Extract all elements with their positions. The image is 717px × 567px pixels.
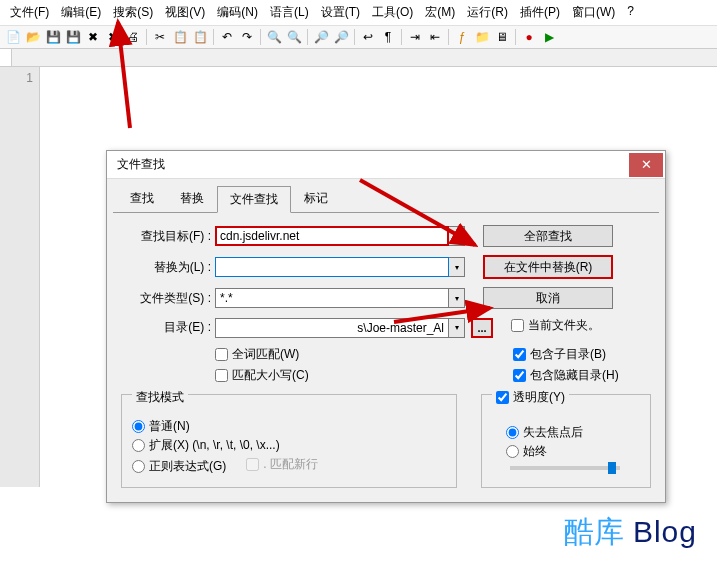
whole-word-checkbox[interactable] [215, 348, 228, 361]
paste-icon[interactable]: 📋 [191, 28, 209, 46]
find-in-files-dialog: 文件查找 ✕ 查找 替换 文件查找 标记 查找目标(F) : ▾ 全部查找 替换… [106, 150, 666, 503]
transparency-checkbox[interactable] [496, 391, 509, 404]
tab-replace[interactable]: 替换 [167, 185, 217, 212]
mode-extended-radio[interactable] [132, 439, 145, 452]
replace-in-files-button[interactable]: 在文件中替换(R) [483, 255, 613, 279]
filetype-input[interactable] [215, 288, 449, 308]
outdent-icon[interactable]: ⇤ [426, 28, 444, 46]
match-case-label: 匹配大小写(C) [232, 367, 309, 384]
find-input[interactable] [215, 226, 449, 246]
save-icon[interactable]: 💾 [44, 28, 62, 46]
func-icon[interactable]: ƒ [453, 28, 471, 46]
mode-normal-label: 普通(N) [149, 418, 190, 435]
dialog-titlebar: 文件查找 ✕ [107, 151, 665, 179]
include-hidden-checkbox[interactable] [513, 369, 526, 382]
file-tab[interactable] [0, 49, 12, 66]
menu-run[interactable]: 运行(R) [461, 2, 514, 23]
current-folder-checkbox[interactable] [511, 319, 524, 332]
transparency-group: 透明度(Y) 失去焦点后 始终 [481, 394, 651, 488]
allchars-icon[interactable]: ¶ [379, 28, 397, 46]
browse-button[interactable]: ... [471, 318, 493, 338]
tab-findinfiles[interactable]: 文件查找 [217, 186, 291, 213]
close-icon[interactable]: ✖ [84, 28, 102, 46]
find-all-button[interactable]: 全部查找 [483, 225, 613, 247]
menu-settings[interactable]: 设置(T) [315, 2, 366, 23]
whole-word-label: 全词匹配(W) [232, 346, 299, 363]
menu-search[interactable]: 搜索(S) [107, 2, 159, 23]
monitor-icon[interactable]: 🖥 [493, 28, 511, 46]
match-case-checkbox[interactable] [215, 369, 228, 382]
copy-icon[interactable]: 📋 [171, 28, 189, 46]
saveall-icon[interactable]: 💾 [64, 28, 82, 46]
tab-find[interactable]: 查找 [117, 185, 167, 212]
mode-normal-radio[interactable] [132, 420, 145, 433]
chevron-down-icon[interactable]: ▾ [449, 257, 465, 277]
search-mode-group: 查找模式 普通(N) 扩展(X) (\n, \r, \t, \0, \x...)… [121, 394, 457, 488]
tab-mark[interactable]: 标记 [291, 185, 341, 212]
play-icon[interactable]: ▶ [540, 28, 558, 46]
chevron-down-icon[interactable]: ▾ [449, 288, 465, 308]
replace-icon[interactable]: 🔍 [285, 28, 303, 46]
find-label: 查找目标(F) : [121, 228, 215, 245]
zoomout-icon[interactable]: 🔎 [332, 28, 350, 46]
include-hidden-label: 包含隐藏目录(H) [530, 367, 619, 384]
replace-input[interactable] [215, 257, 449, 277]
mode-regex-label: 正则表达式(G) [149, 458, 226, 475]
chevron-down-icon[interactable]: ▾ [449, 226, 465, 246]
zoomin-icon[interactable]: 🔎 [312, 28, 330, 46]
menu-lang[interactable]: 语言(L) [264, 2, 315, 23]
search-mode-legend: 查找模式 [132, 389, 188, 406]
menu-view[interactable]: 视图(V) [159, 2, 211, 23]
new-icon[interactable]: 📄 [4, 28, 22, 46]
toolbar: 📄 📂 💾 💾 ✖ ✖ 🖨 ✂ 📋 📋 ↶ ↷ 🔍 🔍 🔎 🔎 ↩ ¶ ⇥ ⇤ … [0, 26, 717, 49]
menu-edit[interactable]: 编辑(E) [55, 2, 107, 23]
transparency-label: 透明度(Y) [513, 389, 565, 406]
dir-label: 目录(E) : [121, 319, 215, 336]
dialog-title: 文件查找 [117, 156, 165, 173]
filetype-label: 文件类型(S) : [121, 290, 215, 307]
close-button[interactable]: ✕ [629, 153, 663, 177]
transp-always-label: 始终 [523, 443, 547, 460]
mode-extended-label: 扩展(X) (\n, \r, \t, \0, \x...) [149, 437, 280, 454]
transp-lostfocus-label: 失去焦点后 [523, 424, 583, 441]
menu-plugins[interactable]: 插件(P) [514, 2, 566, 23]
cancel-button[interactable]: 取消 [483, 287, 613, 309]
line-gutter: 1 [0, 67, 40, 487]
transparency-slider[interactable] [510, 466, 620, 470]
closeall-icon[interactable]: ✖ [104, 28, 122, 46]
replace-label: 替换为(L) : [121, 259, 215, 276]
menu-encoding[interactable]: 编码(N) [211, 2, 264, 23]
file-tabstrip [0, 49, 717, 67]
dialog-tabs: 查找 替换 文件查找 标记 [107, 179, 665, 212]
menu-tools[interactable]: 工具(O) [366, 2, 419, 23]
include-subdir-label: 包含子目录(B) [530, 346, 606, 363]
match-newline-checkbox [246, 458, 259, 471]
current-folder-label: 当前文件夹。 [528, 317, 600, 334]
transp-lostfocus-radio[interactable] [506, 426, 519, 439]
menu-file[interactable]: 文件(F) [4, 2, 55, 23]
wrap-icon[interactable]: ↩ [359, 28, 377, 46]
menu-macro[interactable]: 宏(M) [419, 2, 461, 23]
dir-input[interactable] [215, 318, 449, 338]
find-icon[interactable]: 🔍 [265, 28, 283, 46]
print-icon[interactable]: 🖨 [124, 28, 142, 46]
match-newline-label: . 匹配新行 [263, 456, 318, 473]
transp-always-radio[interactable] [506, 445, 519, 458]
watermark: 酷库 Blog [564, 512, 697, 553]
record-icon[interactable]: ● [520, 28, 538, 46]
menu-bar: 文件(F) 编辑(E) 搜索(S) 视图(V) 编码(N) 语言(L) 设置(T… [0, 0, 717, 26]
dialog-body: 查找目标(F) : ▾ 全部查找 替换为(L) : ▾ 在文件中替换(R) 文件… [113, 212, 659, 496]
chevron-down-icon[interactable]: ▾ [449, 318, 465, 338]
mode-regex-radio[interactable] [132, 460, 145, 473]
menu-window[interactable]: 窗口(W) [566, 2, 621, 23]
undo-icon[interactable]: ↶ [218, 28, 236, 46]
include-subdir-checkbox[interactable] [513, 348, 526, 361]
open-icon[interactable]: 📂 [24, 28, 42, 46]
menu-help[interactable]: ? [621, 2, 640, 23]
folder-icon[interactable]: 📁 [473, 28, 491, 46]
indent-icon[interactable]: ⇥ [406, 28, 424, 46]
redo-icon[interactable]: ↷ [238, 28, 256, 46]
cut-icon[interactable]: ✂ [151, 28, 169, 46]
